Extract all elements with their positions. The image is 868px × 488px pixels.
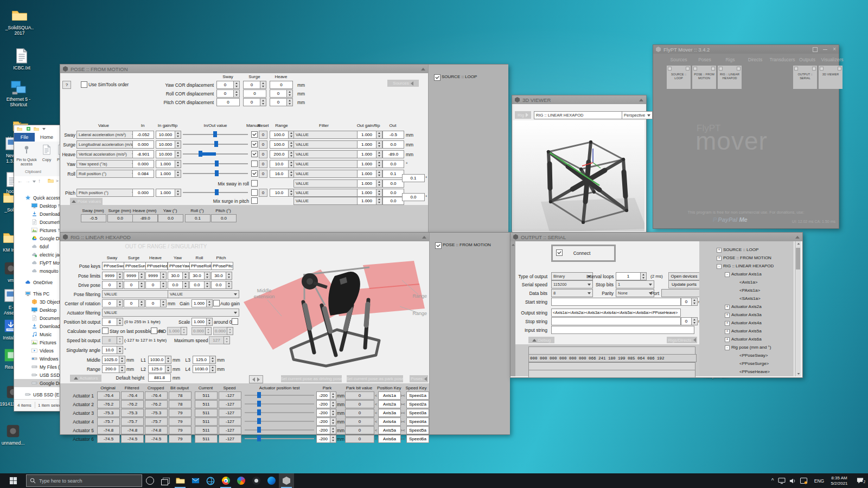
spin-up-icon[interactable] [207,329,209,330]
actuator-value-field[interactable]: -127 [219,400,241,408]
actuator-value-field[interactable]: -75.3 [97,409,120,417]
scale-field-spinner[interactable] [206,318,213,326]
tray-network-icon[interactable] [778,478,789,484]
actuator-value-field[interactable]: -76.4 [97,391,120,400]
spin-down-icon[interactable] [332,405,334,407]
range-field[interactable]: 200.0 [270,150,289,158]
pose-limit-field[interactable]: 9999 [124,272,139,280]
slider-thumb[interactable] [257,418,261,424]
rig-titlebar[interactable]: RIG :: LINEAR HEXAPOD [60,233,429,241]
reset-button[interactable]: 0 [259,140,267,149]
pose-gain-field-spinner[interactable] [175,160,181,168]
actuator-test-slider[interactable] [245,409,314,416]
range-field[interactable]: 16.0 [270,170,289,178]
speed-key-field[interactable]: Speed5a [406,426,429,434]
tree-toggle[interactable]: - [717,264,722,269]
slider-thumb[interactable] [215,160,219,166]
filter-select[interactable]: VALUE [293,197,362,205]
mix-checkbox[interactable] [251,180,258,187]
actuator-value-field[interactable]: 511 [195,426,218,434]
out-field[interactable]: 0.0 [382,189,404,197]
filter-select[interactable]: VALUE [293,160,362,168]
spin-up-icon[interactable] [121,367,123,368]
park-bit-field[interactable]: 0 [345,400,374,408]
spin-down-icon[interactable] [332,422,334,424]
out-field[interactable]: 0.0 [382,179,404,188]
spin-down-icon[interactable] [119,304,121,306]
spin-down-icon[interactable] [212,370,214,371]
spin-down-icon[interactable] [167,370,169,371]
actuator-value-field[interactable]: 511 [195,409,218,417]
spin-down-icon[interactable] [289,103,291,105]
actuator-value-field[interactable]: 79 [169,435,192,443]
pose-inout-slider[interactable] [183,131,248,138]
actuator-value-field[interactable]: 511 [195,391,218,400]
debug-bytes-field[interactable]: 000 000 000 000 000 000 066 241 180 199 … [528,354,697,362]
reset-button[interactable]: 0 [259,170,267,178]
out-field[interactable]: 0.0 [382,140,404,149]
tree-item[interactable]: Rig pose (mm and °) [731,345,794,350]
spin-down-icon[interactable] [167,361,169,362]
reset-button[interactable]: 0 [259,189,267,197]
spin-down-icon[interactable] [289,94,291,96]
spin-down-icon[interactable] [378,184,380,186]
cor-field[interactable]: 0 [270,81,293,89]
tree-item[interactable]: Actuator Axis4a [731,320,794,325]
park-bit-field[interactable]: 0 [345,418,374,426]
cor-field-spinner[interactable] [233,81,240,89]
minimize-icon[interactable] [823,49,827,50]
mover-menu-item[interactable]: Visualizers [816,57,848,62]
spin-down-icon[interactable] [141,304,143,306]
tree-item[interactable]: <PAxis1a> [739,288,794,293]
stay-checkbox[interactable] [151,328,157,334]
spin-up-icon[interactable] [290,162,292,163]
actuator-value-field[interactable]: 79 [169,409,192,417]
drive-pose-field[interactable]: 0.0 [211,281,226,289]
pose-from-motion-checkbox[interactable] [435,242,442,249]
spin-up-icon[interactable] [206,273,208,275]
spin-up-icon[interactable] [183,329,185,330]
actuator-value-field[interactable]: -75.3 [121,409,144,417]
slider-thumb[interactable] [257,427,261,433]
pos-bit-field-spinner[interactable] [117,318,123,326]
spin-down-icon[interactable] [332,396,334,398]
tray-app-icon[interactable] [800,477,812,484]
scale-field[interactable]: 1.000 [192,318,207,326]
park-bit-field[interactable]: 0 [345,409,374,417]
outgain-field[interactable]: 1.000 [357,140,376,149]
mix-checkbox[interactable] [251,197,258,204]
pose-in-field[interactable]: 0.000 [132,140,154,149]
actuator-test-slider[interactable] [245,391,314,399]
desktop-icon[interactable]: _SolidSQUA..2017 [4,8,35,36]
spin-up-icon[interactable] [177,162,179,163]
slider-thumb[interactable] [257,401,261,407]
spin-down-icon[interactable] [141,286,143,287]
spin-up-icon[interactable] [289,91,291,93]
spin-down-icon[interactable] [162,304,164,306]
spin-up-icon[interactable] [228,273,230,275]
open-devices-button[interactable]: Open devices [668,272,700,280]
next-icon[interactable] [257,377,260,382]
search-box[interactable]: Type here to search [26,474,142,487]
drive-pose-field[interactable]: 0.0 [189,281,205,289]
park-bit-field[interactable]: 0 [345,426,374,434]
spin-up-icon[interactable] [235,91,238,93]
actuator-value-field[interactable]: -75.3 [145,409,168,417]
outgain-field[interactable]: 1.000 [357,179,376,188]
prev-next-buttons[interactable] [249,375,263,383]
spin-down-icon[interactable] [177,136,179,137]
pose-source-select[interactable]: Lateral acceleration (m/s²) [76,131,137,139]
tree-scrollbar[interactable] [795,241,801,376]
outgain-field-spinner[interactable] [376,150,382,158]
l3-field[interactable]: 125.0 [193,356,210,364]
spin-down-icon[interactable] [212,361,214,362]
pose-gain-field-spinner[interactable] [175,170,181,178]
spin-down-icon[interactable] [119,351,121,352]
spin-down-icon[interactable] [378,194,380,195]
pose-inout-slider[interactable] [183,170,248,177]
park-field[interactable]: -200 [316,409,330,417]
spin-down-icon[interactable] [206,286,208,287]
spin-up-icon[interactable] [141,282,143,284]
cor-field-spinner[interactable] [260,98,266,106]
spin-up-icon[interactable] [332,428,334,429]
